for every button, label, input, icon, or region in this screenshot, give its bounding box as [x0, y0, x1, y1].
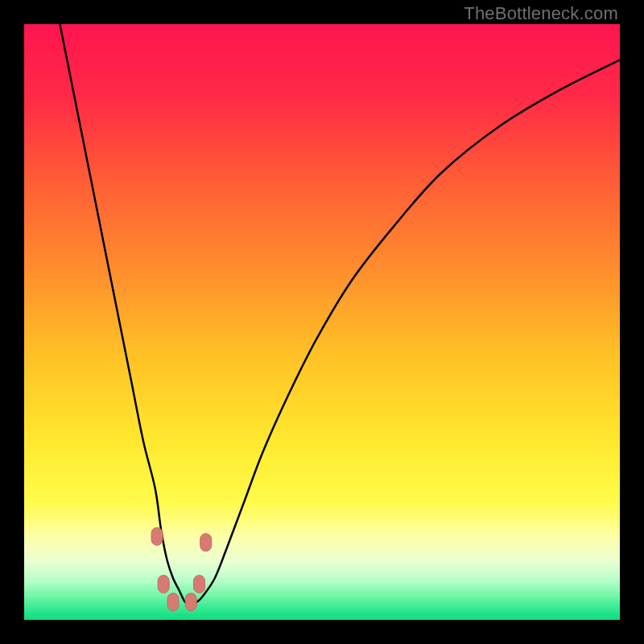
marker-left-lower — [158, 576, 169, 593]
bottleneck-curve — [60, 24, 620, 605]
marker-trough-left — [167, 593, 179, 611]
marker-right-lower — [194, 576, 205, 593]
watermark-text: TheBottleneck.com — [464, 3, 618, 24]
curve-layer — [24, 24, 620, 620]
marker-right-upper — [200, 534, 212, 551]
curve-markers — [151, 527, 212, 610]
plot-area — [24, 24, 620, 620]
marker-trough-right — [185, 593, 196, 611]
marker-left-upper — [151, 527, 163, 545]
chart-frame: TheBottleneck.com — [0, 0, 644, 644]
